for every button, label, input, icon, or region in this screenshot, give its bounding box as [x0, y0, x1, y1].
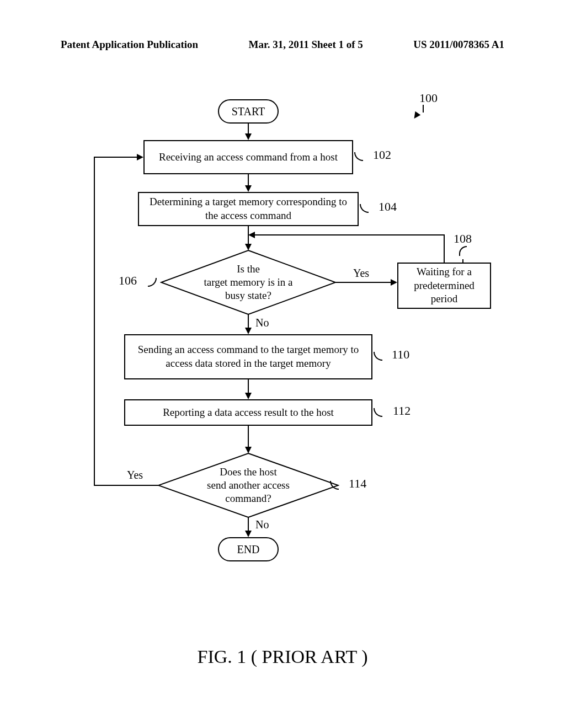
ref-100: 100 [419, 91, 438, 105]
decision-106-text: Is the target memory is in a busy state? [204, 263, 292, 302]
ref-112: 112 [393, 404, 411, 418]
no-106: No [255, 317, 269, 329]
end-text: END [237, 542, 259, 556]
header-right: US 2011/0078365 A1 [413, 39, 504, 51]
ref-108-hook [459, 246, 467, 256]
ref-106: 106 [119, 274, 137, 288]
step-102: Receiving an access command from a host [143, 140, 353, 174]
step-104-text: Determining a target memory correspondin… [146, 195, 351, 222]
flowchart: 100 START Receiving an access command fr… [0, 83, 565, 634]
no-114: No [255, 518, 269, 531]
yes-114: Yes [127, 469, 143, 481]
step-110-text: Sending an access command to the target … [132, 343, 365, 370]
decision-114-text: Does the host send another access comman… [207, 465, 290, 505]
arrow-106-110-head [245, 328, 252, 334]
arrow-start-102 [248, 124, 249, 135]
arrow-114-end [248, 517, 249, 532]
ref-108-tick [462, 259, 463, 263]
arrow-start-102-head [245, 133, 252, 140]
arrow-114-yes-h2 [94, 157, 137, 158]
arrow-106-110 [248, 314, 249, 329]
step-108-text: Waiting for a predetermined period [405, 265, 483, 306]
ref-104: 104 [379, 200, 397, 214]
ref-100-line [423, 105, 424, 113]
arrow-108-up-head [248, 232, 255, 238]
arrow-108-up-v [444, 235, 445, 263]
step-110: Sending an access command to the target … [124, 334, 372, 379]
arrow-114-end-head [245, 531, 252, 537]
step-112: Reporting a data access result to the ho… [124, 399, 372, 426]
step-108: Waiting for a predetermined period [397, 263, 491, 309]
step-112-text: Reporting a data access result to the ho… [163, 406, 334, 420]
ref-106-hook [148, 278, 157, 287]
arrow-102-104 [248, 174, 249, 186]
ref-108: 108 [454, 232, 472, 246]
start-terminal: START [218, 99, 279, 124]
end-terminal: END [218, 537, 279, 561]
arrow-114-yes-head [137, 154, 143, 160]
yes-106: Yes [353, 267, 369, 280]
ref-110-hook [374, 352, 382, 361]
arrow-102-104-head [245, 185, 252, 192]
ref-114: 114 [349, 477, 366, 491]
figure-caption: FIG. 1 ( PRIOR ART ) [0, 646, 565, 667]
ref-104-hook [360, 204, 369, 213]
arrow-112-114 [248, 426, 249, 448]
ref-110: 110 [392, 347, 409, 362]
ref-100-arrow [412, 111, 421, 121]
arrow-106-108 [335, 282, 391, 283]
arrow-110-112-head [245, 393, 252, 399]
step-102-text: Receiving an access command from a host [159, 151, 338, 164]
page-header: Patent Application Publication Mar. 31, … [61, 39, 504, 51]
header-center: Mar. 31, 2011 Sheet 1 of 5 [249, 39, 363, 51]
decision-106: Is the target memory is in a busy state? [160, 249, 337, 315]
ref-112-hook [374, 408, 382, 417]
arrow-110-112 [248, 379, 249, 394]
start-text: START [232, 104, 265, 119]
decision-114: Does the host send another access comman… [157, 452, 339, 518]
ref-102: 102 [373, 148, 391, 162]
arrow-106-108-head [391, 279, 397, 286]
ref-102-hook [354, 152, 363, 161]
arrow-114-yes-h1 [94, 485, 158, 486]
step-104: Determining a target memory correspondin… [138, 192, 359, 226]
arrow-108-up-h [255, 234, 445, 235]
arrow-114-yes-v [94, 157, 95, 486]
header-left: Patent Application Publication [61, 39, 198, 51]
